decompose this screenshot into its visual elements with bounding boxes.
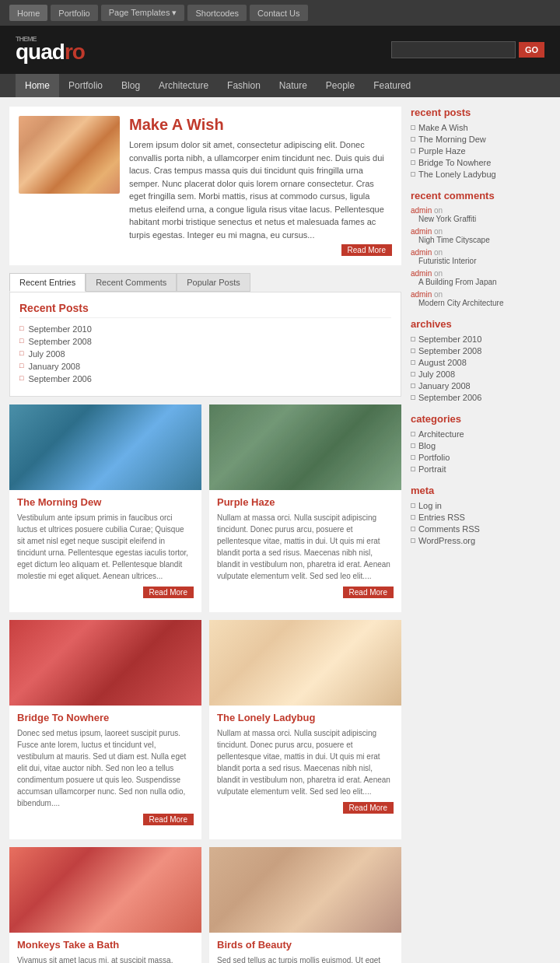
archive-link[interactable]: January 2008	[418, 381, 471, 390]
sidebar-archive-item: January 2008	[411, 381, 551, 390]
featured-post-image	[19, 116, 120, 194]
tab-recent-comments[interactable]: Recent Comments	[86, 273, 177, 292]
top-nav-portfolio[interactable]: Portfolio	[51, 5, 97, 21]
post-image	[9, 404, 201, 490]
top-nav-contact[interactable]: Contact Us	[250, 5, 307, 21]
list-item: □September 2006	[19, 374, 391, 383]
bullet-icon	[411, 372, 415, 376]
bullet-icon: □	[19, 374, 23, 382]
top-nav-home[interactable]: Home	[9, 5, 47, 21]
top-nav: Home Portfolio Page Templates Shortcodes…	[0, 0, 560, 26]
comment-post: New York Graffiti	[411, 215, 551, 223]
category-link[interactable]: Portfolio	[418, 453, 450, 462]
post-card: Purple Haze Nullam at massa orci. Nulla …	[209, 404, 401, 612]
archive-link[interactable]: September 2010	[418, 334, 481, 344]
site-logo: THEME quadro	[16, 35, 85, 65]
bullet-icon	[411, 443, 415, 448]
featured-read-more[interactable]: Read More	[341, 244, 392, 256]
sidebar-categories-title: categories	[411, 413, 551, 425]
main-nav-fashion[interactable]: Fashion	[218, 74, 270, 97]
post-card-content: Birds of Beauty Sed sed tellus ac turpis…	[209, 933, 401, 963]
archive-link[interactable]: September 2008	[418, 346, 481, 355]
sidebar-recent-comments-title: recent comments	[411, 190, 551, 201]
category-link[interactable]: Architecture	[418, 429, 464, 439]
tab-recent-entries[interactable]: Recent Entries	[9, 273, 86, 292]
bullet-icon	[411, 432, 415, 436]
sidebar: recent posts Make A Wish The Morning Dew…	[411, 107, 551, 963]
post-title: The Lonely Ladybug	[217, 712, 394, 723]
post-body: Vivamus sit amet lacus mi, at suscipit m…	[17, 954, 194, 963]
sidebar-category-item: Blog	[411, 441, 551, 450]
sidebar-archive-item: August 2008	[411, 358, 551, 367]
post-image	[9, 620, 201, 706]
read-more-link[interactable]: Read More	[343, 802, 394, 814]
top-nav-shortcodes[interactable]: Shortcodes	[187, 5, 247, 21]
sidebar-archive-item: July 2008	[411, 369, 551, 379]
meta-link[interactable]: Log in	[418, 501, 442, 510]
main-nav-featured[interactable]: Featured	[364, 74, 420, 97]
sidebar-post-link[interactable]: Purple Haze	[418, 146, 466, 156]
sidebar-meta-title: meta	[411, 485, 551, 496]
meta-link[interactable]: Entries RSS	[418, 513, 465, 522]
bullet-icon	[411, 538, 415, 543]
bullet-icon	[411, 160, 415, 165]
category-link[interactable]: Portrait	[418, 464, 446, 474]
bullet-icon: □	[19, 324, 23, 332]
post-card: The Morning Dew Vestibulum ante ipsum pr…	[9, 404, 201, 612]
main-nav-architecture[interactable]: Architecture	[149, 74, 218, 97]
list-item: □September 2010	[19, 324, 391, 334]
search-button[interactable]: GO	[519, 42, 544, 58]
main-nav-portfolio[interactable]: Portfolio	[59, 74, 112, 97]
sidebar-archives-title: archives	[411, 318, 551, 330]
archive-link[interactable]: September 2006	[418, 393, 481, 402]
main-nav-people[interactable]: People	[317, 74, 364, 97]
bullet-icon: □	[19, 337, 23, 345]
sidebar-recent-post-item: Purple Haze	[411, 146, 551, 156]
sidebar-archive-item: September 2006	[411, 393, 551, 402]
bullet-icon	[411, 395, 415, 400]
top-nav-page-templates[interactable]: Page Templates	[101, 5, 185, 21]
post-title: Bridge To Nowhere	[17, 712, 194, 723]
featured-post-title: Make A Wish	[129, 116, 392, 134]
sidebar-post-link[interactable]: Bridge To Nowhere	[418, 158, 491, 167]
comment-post: Modern City Architecture	[411, 299, 551, 307]
main-nav-home[interactable]: Home	[16, 74, 59, 97]
bullet-icon: □	[19, 362, 23, 369]
category-link[interactable]: Blog	[418, 441, 436, 450]
comment-author: admin	[411, 269, 432, 278]
comment-author: admin	[411, 290, 432, 299]
meta-link[interactable]: WordPress.org	[418, 536, 475, 545]
sidebar-meta-item: WordPress.org	[411, 536, 551, 545]
search-input[interactable]	[391, 41, 516, 58]
meta-link[interactable]: Comments RSS	[418, 524, 480, 534]
sidebar-comment-item: admin on A Building From Japan	[411, 269, 551, 286]
recent-posts-title: Recent Posts	[19, 302, 391, 318]
sidebar-recent-posts: recent posts Make A Wish The Morning Dew…	[411, 107, 551, 179]
post-body: Nullam at massa orci. Nulla suscipit adi…	[217, 727, 394, 797]
sidebar-post-link[interactable]: The Morning Dew	[418, 135, 486, 144]
sidebar-post-link[interactable]: Make A Wish	[418, 123, 468, 132]
bullet-icon	[411, 455, 415, 460]
main-nav-nature[interactable]: Nature	[270, 74, 317, 97]
main-nav-blog[interactable]: Blog	[112, 74, 149, 97]
post-body: Nullam at massa orci. Nulla suscipit adi…	[217, 512, 394, 582]
post-card-content: The Morning Dew Vestibulum ante ipsum pr…	[9, 490, 201, 604]
archive-link[interactable]: July 2008	[418, 369, 455, 379]
sidebar-categories: categories Architecture Blog Portfolio P…	[411, 413, 551, 474]
main-content: Make A Wish Lorem ipsum dolor sit amet, …	[9, 107, 401, 963]
sidebar-category-item: Portrait	[411, 464, 551, 474]
logo-text: quadro	[16, 40, 85, 64]
post-title: Monkeys Take a Bath	[17, 939, 194, 951]
read-more-link[interactable]: Read More	[143, 587, 194, 598]
read-more-link[interactable]: Read More	[343, 587, 394, 598]
post-title: Birds of Beauty	[217, 939, 394, 951]
list-item: □July 2008	[19, 349, 391, 359]
read-more-link[interactable]: Read More	[143, 814, 194, 825]
post-grid: The Morning Dew Vestibulum ante ipsum pr…	[9, 404, 401, 963]
archive-link[interactable]: August 2008	[418, 358, 467, 367]
sidebar-post-link[interactable]: The Lonely Ladybug	[418, 170, 496, 179]
post-image	[209, 404, 401, 490]
sidebar-recent-posts-title: recent posts	[411, 107, 551, 118]
tab-popular-posts[interactable]: Popular Posts	[177, 273, 250, 292]
featured-post-content: Make A Wish Lorem ipsum dolor sit amet, …	[129, 116, 392, 256]
